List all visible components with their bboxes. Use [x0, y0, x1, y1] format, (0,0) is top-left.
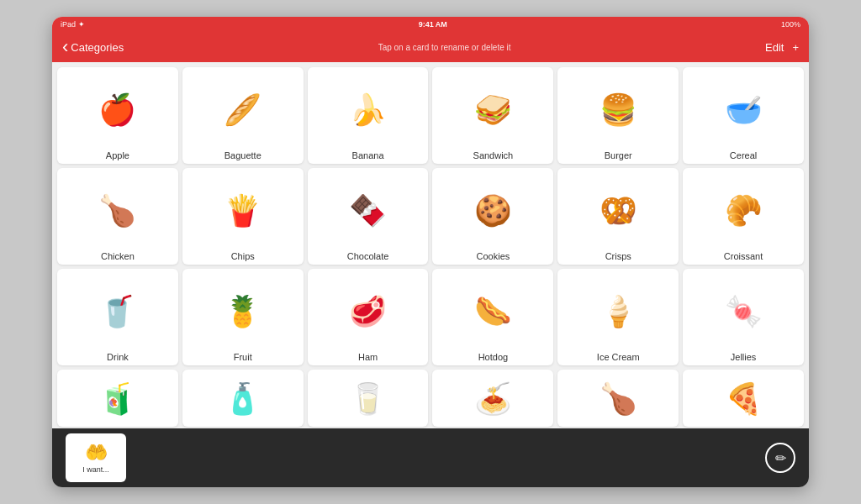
status-time: 9:41 AM [419, 20, 447, 29]
card-image: 🍪 [474, 173, 512, 248]
food-card[interactable]: 🍎Apple [57, 67, 178, 164]
i-want-icon: 🤲 [85, 442, 108, 464]
food-card[interactable]: 🥖Baguette [182, 67, 304, 164]
food-card[interactable]: 🥩Ham [308, 269, 429, 365]
food-card[interactable]: 🍟Chips [182, 168, 304, 265]
card-label: Drink [107, 352, 129, 362]
food-card[interactable]: 🍫Chocolate [308, 168, 429, 265]
nav-bar: Categories Tap on a card to rename or de… [52, 32, 809, 62]
card-label: Cereal [730, 150, 757, 160]
card-label: Cookies [477, 251, 510, 261]
card-image: 🌭 [474, 274, 512, 349]
card-image: 🍦 [600, 274, 637, 349]
card-image: 🥐 [725, 173, 763, 248]
card-image: 🍫 [349, 173, 387, 248]
card-image: 🥨 [600, 173, 637, 248]
card-label: Ice Cream [597, 352, 640, 362]
nav-actions: Edit + [765, 41, 799, 54]
card-image: 🍔 [600, 72, 637, 147]
card-image: 🍕 [725, 375, 763, 423]
card-label: Chicken [101, 251, 135, 261]
card-image: 🍗 [600, 375, 637, 423]
status-battery: 100% [781, 20, 800, 29]
card-label: Banana [352, 150, 384, 160]
card-image: 🥤 [98, 274, 136, 349]
status-left: iPad ✦ [61, 20, 85, 29]
food-card[interactable]: 🍪Cookies [432, 168, 553, 265]
card-image: 🥛 [349, 375, 387, 423]
card-label: Apple [106, 150, 129, 160]
card-image: 🧴 [224, 375, 261, 423]
food-grid: 🍎Apple🥖Baguette🍌Banana🥪Sandwich🍔Burger🥣C… [57, 67, 804, 427]
card-image: 🍌 [349, 72, 387, 147]
food-card[interactable]: 🍦Ice Cream [557, 269, 679, 365]
back-button[interactable]: Categories [62, 38, 124, 56]
food-card[interactable]: 🍗 [557, 370, 679, 427]
card-label: Baguette [224, 150, 261, 160]
card-image: 🥖 [224, 72, 261, 147]
food-card[interactable]: 🥐Croissant [683, 168, 804, 265]
food-card[interactable]: 🥣Cereal [683, 67, 804, 164]
card-label: Chips [231, 251, 255, 261]
card-image: 🥩 [349, 274, 387, 349]
food-card[interactable]: 🍗Chicken [57, 168, 178, 265]
food-card[interactable]: 🧴 [182, 370, 304, 427]
card-label: Croissant [724, 251, 763, 261]
bottom-bar: 🤲 I want... ✏ [52, 428, 809, 487]
food-card[interactable]: 🍝 [432, 370, 553, 427]
card-image: 🍟 [224, 173, 261, 248]
food-card[interactable]: 🥨Crisps [557, 168, 679, 265]
device-frame: iPad ✦ 9:41 AM 100% Categories Tap on a … [52, 17, 809, 487]
i-want-card[interactable]: 🤲 I want... [66, 433, 126, 482]
card-image: 🍗 [98, 173, 136, 248]
edit-button[interactable]: Edit [765, 41, 784, 54]
card-label: Crisps [605, 251, 631, 261]
card-label: Hotdog [478, 352, 508, 362]
card-label: Ham [358, 352, 378, 362]
food-card[interactable]: 🥛 [308, 370, 429, 427]
card-label: Chocolate [347, 251, 389, 261]
card-image: 🥪 [474, 72, 512, 147]
food-card[interactable]: 🍔Burger [557, 67, 679, 164]
nav-instruction: Tap on a card to rename or delete it [378, 43, 511, 52]
card-image: 🍬 [725, 274, 763, 349]
card-image: 🍝 [474, 375, 512, 423]
card-label: Fruit [234, 352, 252, 362]
food-card[interactable]: 🍌Banana [308, 67, 429, 164]
card-image: 🧃 [98, 375, 136, 423]
card-image: 🍎 [98, 72, 136, 147]
card-image: 🍍 [224, 274, 261, 349]
food-card[interactable]: 🧃 [57, 370, 178, 427]
food-card[interactable]: 🍬Jellies [683, 269, 804, 365]
add-button[interactable]: + [792, 41, 799, 54]
card-image: 🥣 [725, 72, 763, 147]
food-card[interactable]: 🌭Hotdog [432, 269, 553, 365]
card-label: Burger [605, 150, 632, 160]
i-want-label: I want... [82, 465, 109, 474]
pencil-button[interactable]: ✏ [765, 443, 795, 473]
card-label: Jellies [731, 352, 757, 362]
food-card[interactable]: 🥤Drink [57, 269, 178, 365]
food-card[interactable]: 🍍Fruit [182, 269, 304, 365]
food-card[interactable]: 🍕 [683, 370, 804, 427]
status-bar: iPad ✦ 9:41 AM 100% [52, 17, 809, 32]
main-content: 🍎Apple🥖Baguette🍌Banana🥪Sandwich🍔Burger🥣C… [52, 62, 809, 428]
food-card[interactable]: 🥪Sandwich [432, 67, 553, 164]
card-label: Sandwich [473, 150, 514, 160]
